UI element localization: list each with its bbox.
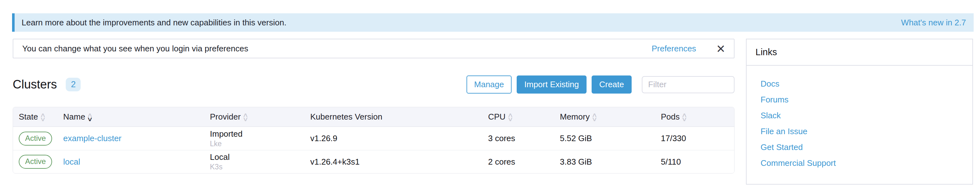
links-panel-title: Links (746, 40, 972, 66)
page-title: Clusters (13, 78, 57, 91)
kubernetes-version-cell: v1.26.4+k3s1 (305, 157, 482, 167)
cpu-cell: 2 cores (482, 157, 554, 167)
column-header-state[interactable]: State ∧∨ (13, 112, 57, 122)
cluster-name-link[interactable]: local (63, 157, 80, 166)
filter-input[interactable] (642, 76, 735, 93)
link-slack[interactable]: Slack (760, 111, 964, 120)
column-header-memory[interactable]: Memory ∧∨ (554, 112, 655, 122)
create-button[interactable]: Create (592, 76, 632, 93)
status-badge: Active (19, 132, 52, 145)
clusters-header: Clusters 2 Manage Import Existing Create (13, 76, 735, 93)
cluster-name-link[interactable]: example-cluster (63, 134, 122, 143)
banner-message: Learn more about the improvements and ne… (22, 18, 286, 28)
provider-cell: Imported Lke (204, 129, 305, 148)
column-header-kubernetes-version: Kubernetes Version (305, 112, 482, 122)
whats-new-link[interactable]: What's new in 2.7 (901, 18, 966, 28)
kubernetes-version-cell: v1.26.9 (305, 134, 482, 143)
sort-icon: ∧∨ (682, 113, 687, 121)
manage-button[interactable]: Manage (466, 76, 512, 93)
sort-icon: ∧∨ (508, 113, 512, 121)
links-list: Docs Forums Slack File an Issue Get Star… (746, 66, 972, 184)
provider-name: Imported (210, 129, 305, 139)
provider-distro: Lke (210, 139, 305, 148)
preferences-link[interactable]: Preferences (652, 44, 696, 54)
provider-distro: K3s (210, 163, 305, 171)
link-get-started[interactable]: Get Started (760, 142, 964, 152)
column-header-provider[interactable]: Provider ∧∨ (204, 112, 305, 122)
close-icon[interactable]: × (716, 44, 725, 53)
table-row: Active local Local K3s v1.26.4+k3s1 2 co… (13, 150, 734, 173)
whats-new-banner: Learn more about the improvements and ne… (12, 13, 974, 32)
notification-message: You can change what you see when you log… (22, 44, 652, 54)
column-header-cpu[interactable]: CPU ∧∨ (482, 112, 554, 122)
sort-icon: ∧∨ (243, 113, 248, 121)
name-cell: local (57, 157, 204, 167)
memory-cell: 5.52 GiB (554, 134, 655, 143)
state-cell: Active (13, 155, 57, 169)
sort-icon-active: ∧∨ (88, 113, 92, 121)
table-header-row: State ∧∨ Name ∧∨ Provider ∧∨ Kubernetes … (13, 107, 734, 127)
links-panel: Links Docs Forums Slack File an Issue Ge… (746, 39, 973, 185)
column-header-pods[interactable]: Pods ∧∨ (655, 112, 734, 122)
link-forums[interactable]: Forums (760, 95, 964, 105)
state-cell: Active (13, 132, 57, 145)
provider-name: Local (210, 152, 305, 162)
name-cell: example-cluster (57, 134, 204, 143)
link-file-an-issue[interactable]: File an Issue (760, 126, 964, 136)
pods-cell: 17/330 (655, 134, 734, 143)
cluster-count-badge: 2 (66, 78, 81, 91)
pods-cell: 5/110 (655, 157, 734, 167)
column-header-name[interactable]: Name ∧∨ (57, 112, 204, 122)
status-badge: Active (19, 155, 52, 169)
clusters-table: State ∧∨ Name ∧∨ Provider ∧∨ Kubernetes … (13, 107, 735, 174)
link-commercial-support[interactable]: Commercial Support (760, 158, 964, 168)
table-row: Active example-cluster Imported Lke v1.2… (13, 127, 734, 150)
link-docs[interactable]: Docs (760, 79, 964, 89)
memory-cell: 3.83 GiB (554, 157, 655, 167)
sort-icon: ∧∨ (592, 113, 597, 121)
cpu-cell: 3 cores (482, 134, 554, 143)
sort-icon: ∧∨ (41, 113, 45, 121)
preferences-notification: You can change what you see when you log… (13, 39, 735, 58)
import-existing-button[interactable]: Import Existing (517, 76, 587, 93)
provider-cell: Local K3s (204, 152, 305, 171)
